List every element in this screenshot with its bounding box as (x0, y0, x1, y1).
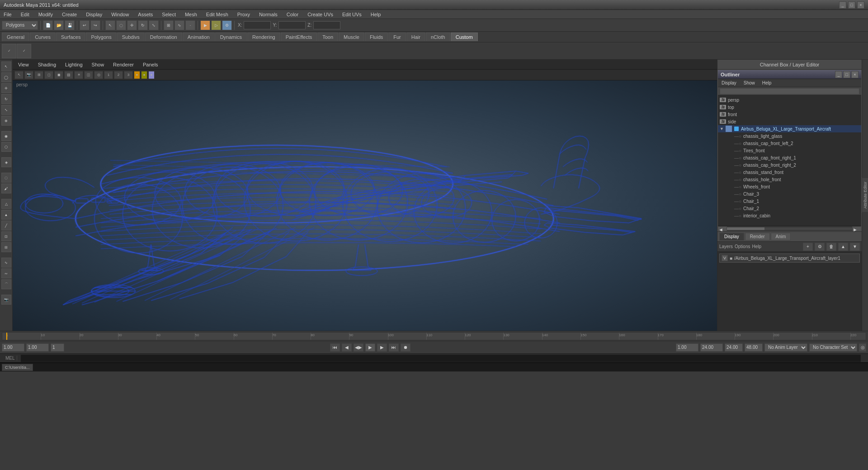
rotate-button[interactable]: ↻ (1, 94, 11, 104)
vp-light1-button[interactable]: ● (134, 71, 140, 79)
scroll-right-button[interactable]: ► (852, 226, 861, 231)
snap-curve-button[interactable]: ∿ (175, 20, 184, 30)
new-layer-button[interactable]: + (803, 243, 813, 251)
mode-dropdown[interactable]: Polygons (2, 21, 38, 30)
tab-surfaces[interactable]: Surfaces (56, 33, 85, 41)
save-file-button[interactable]: 💾 (65, 20, 75, 30)
char-set-select[interactable]: No Character Set (809, 343, 857, 352)
vp-menu-show[interactable]: Show (90, 61, 106, 68)
step-back-button[interactable]: ◀ (342, 343, 352, 352)
new-file-button[interactable]: 📄 (43, 20, 53, 30)
range-start-input[interactable] (676, 343, 698, 352)
menu-mesh[interactable]: Mesh (183, 11, 199, 18)
outliner-item-chassis-light[interactable]: —○ chassis_light_glass (718, 132, 861, 140)
tab-muscle[interactable]: Muscle (339, 33, 364, 41)
tab-animation[interactable]: Animation (183, 33, 215, 41)
go-end-button[interactable]: ⏭ (389, 343, 399, 352)
rotate-tool-button[interactable]: ↻ (138, 20, 148, 30)
outliner-item-persp[interactable]: 🎥 persp (718, 96, 861, 103)
vp-menu-lighting[interactable]: Lighting (63, 61, 85, 68)
menu-assets[interactable]: Assets (136, 11, 155, 18)
anim-layer-select[interactable]: No Anim Layer (764, 343, 807, 352)
snap-grid-button[interactable]: ⊞ (164, 20, 174, 30)
menu-normals[interactable]: Normals (257, 11, 279, 18)
vp-shaded-button[interactable]: ◼ (54, 71, 63, 79)
cv-curve-button[interactable]: ∿ (1, 258, 11, 268)
tab-ncloth[interactable]: nCloth (426, 33, 450, 41)
outliner-item-chassis-right-1[interactable]: —○ chassis_cap_front_right_1 (718, 154, 861, 161)
vp-textured-button[interactable]: ▨ (64, 71, 73, 79)
outliner-item-chassis-right-2[interactable]: —○ chassis_cap_front_right_2 (718, 161, 861, 169)
vp-grid-button[interactable]: ⊞ (34, 71, 43, 79)
shelf-icon-2[interactable]: ✓ (17, 44, 31, 58)
menu-file[interactable]: File (2, 11, 14, 18)
vp-hud-button[interactable]: ◫ (84, 71, 93, 79)
timeline-ruler[interactable]: 1102030405060708090100110120130140150160… (2, 332, 866, 340)
go-start-button[interactable]: ⏮ (330, 343, 340, 352)
outliner-item-chair-2[interactable]: —○ Chair_2 (718, 205, 861, 212)
x-input[interactable] (244, 21, 271, 29)
play-back-button[interactable]: ◀▶ (354, 343, 363, 352)
delete-layer-button[interactable]: 🗑 (826, 243, 836, 251)
tab-fur[interactable]: Fur (388, 33, 406, 41)
z-input[interactable] (313, 21, 340, 29)
vp-display-quality-low[interactable]: 1 (104, 71, 113, 79)
outliner-maximize[interactable]: □ (843, 71, 850, 78)
menu-create-uvs[interactable]: Create UVs (306, 11, 335, 18)
open-file-button[interactable]: 📂 (54, 20, 64, 30)
outliner-item-tires[interactable]: —○ Tires_front (718, 147, 861, 154)
outliner-minimize[interactable]: _ (835, 71, 842, 78)
attribute-editor-tab[interactable]: Attribute Editor (862, 178, 868, 213)
mel-command-input[interactable] (21, 355, 861, 362)
vp-camera-button[interactable]: 📷 (24, 71, 33, 79)
menu-color[interactable]: Color (285, 11, 300, 18)
record-button[interactable]: ⏺ (401, 343, 410, 352)
show-manip-button[interactable]: ◈ (1, 157, 11, 167)
hscroll-track[interactable] (727, 227, 852, 230)
tab-general[interactable]: General (2, 33, 29, 41)
outliner-item-front[interactable]: 🎥 front (718, 111, 861, 118)
scale-button[interactable]: ⤡ (1, 105, 11, 115)
vp-menu-renderer[interactable]: Renderer (111, 61, 136, 68)
tab-display[interactable]: Display (719, 233, 744, 240)
ep-curve-button[interactable]: ∾ (1, 268, 11, 278)
bezier-button[interactable]: ⌒ (1, 279, 11, 289)
scale-tool-button[interactable]: ⤡ (149, 20, 159, 30)
y-input[interactable] (278, 21, 306, 29)
total-end-input[interactable] (745, 343, 763, 352)
outliner-menu-display[interactable]: Display (720, 80, 738, 86)
viewport-3d[interactable]: persp x y z (13, 80, 717, 331)
lasso-button[interactable]: ◌ (1, 173, 11, 183)
scroll-indicator[interactable]: ◎ (859, 343, 866, 352)
outliner-item-chair-3[interactable]: —○ Chair_3 (718, 190, 861, 197)
tab-anim[interactable]: Anim (771, 233, 791, 240)
taskbar-item-user[interactable]: C:\Users\tia... (2, 364, 33, 371)
options-label[interactable]: Options (735, 244, 750, 249)
menu-proxy[interactable]: Proxy (236, 11, 252, 18)
snap-point-button[interactable]: · (185, 20, 195, 30)
play-forward-button[interactable]: ▶ (365, 343, 375, 352)
outliner-item-chassis-stand[interactable]: —○ chassis_stand_front (718, 169, 861, 176)
outliner-menu-help[interactable]: Help (760, 80, 774, 86)
tab-painteffects[interactable]: PaintEffects (281, 33, 317, 41)
tab-deformation[interactable]: Deformation (145, 33, 182, 41)
frame-marker-input[interactable] (51, 343, 64, 352)
shelf-icon-1[interactable]: ✓ (2, 44, 16, 58)
camera-button[interactable]: 📷 (1, 295, 11, 305)
outliner-search-input[interactable] (720, 88, 859, 94)
tab-render[interactable]: Render (745, 233, 770, 240)
select-mode-button[interactable]: ↖ (1, 61, 11, 71)
vp-light3-button[interactable]: ● (148, 71, 155, 79)
extrude-face-button[interactable]: ⊡ (1, 231, 11, 241)
outliner-item-chair-1[interactable]: —○ Chair_1 (718, 197, 861, 205)
minimize-button[interactable]: _ (839, 1, 846, 9)
outliner-list[interactable]: 🎥 persp 🎥 top 🎥 front 🎥 side ▼ (718, 95, 861, 226)
move-tool-button[interactable]: ✛ (127, 20, 137, 30)
menu-edit-mesh[interactable]: Edit Mesh (204, 11, 230, 18)
menu-select[interactable]: Select (160, 11, 178, 18)
hscroll-thumb[interactable] (727, 227, 764, 230)
tab-dynamics[interactable]: Dynamics (215, 33, 247, 41)
vp-isolate-button[interactable]: ◎ (94, 71, 103, 79)
outliner-item-side[interactable]: 🎥 side (718, 118, 861, 125)
split-poly-button[interactable]: ╱ (1, 221, 11, 230)
